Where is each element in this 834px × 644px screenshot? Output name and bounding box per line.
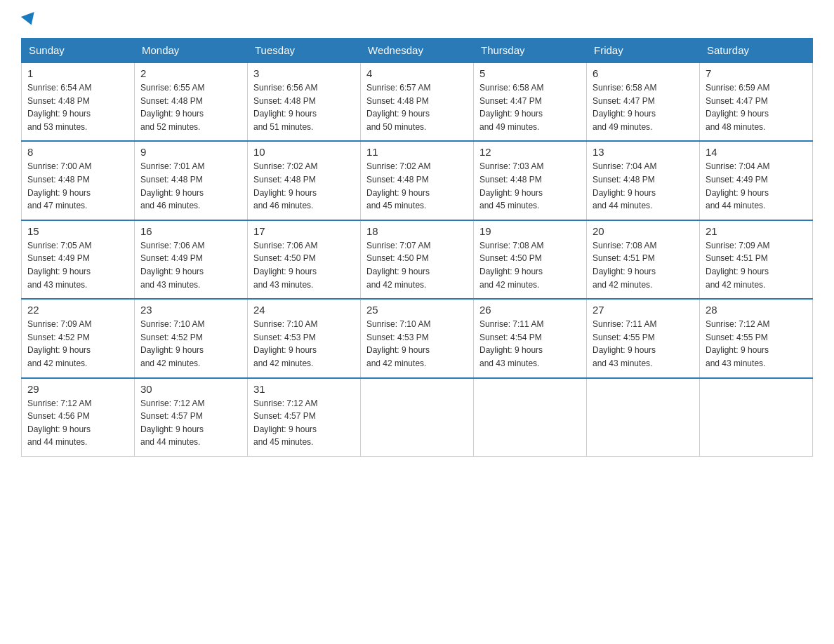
day-number: 19 <box>479 225 581 237</box>
calendar-day-cell: 14Sunrise: 7:04 AMSunset: 4:49 PMDayligh… <box>700 141 813 220</box>
calendar-empty-cell <box>361 378 474 457</box>
calendar-day-cell: 21Sunrise: 7:09 AMSunset: 4:51 PMDayligh… <box>700 220 813 299</box>
day-info: Sunrise: 7:09 AMSunset: 4:51 PMDaylight:… <box>706 239 807 291</box>
day-number: 8 <box>27 146 128 158</box>
day-number: 11 <box>366 146 468 158</box>
day-info: Sunrise: 6:58 AMSunset: 4:47 PMDaylight:… <box>479 81 581 133</box>
weekday-header-tuesday: Tuesday <box>248 39 361 63</box>
calendar-table: SundayMondayTuesdayWednesdayThursdayFrid… <box>21 38 813 457</box>
page-header <box>21 14 813 25</box>
day-info: Sunrise: 6:59 AMSunset: 4:47 PMDaylight:… <box>706 81 807 133</box>
calendar-day-cell: 3Sunrise: 6:56 AMSunset: 4:48 PMDaylight… <box>248 62 361 141</box>
calendar-week-row: 15Sunrise: 7:05 AMSunset: 4:49 PMDayligh… <box>22 220 813 299</box>
day-number: 2 <box>140 67 241 79</box>
day-number: 1 <box>27 67 128 79</box>
calendar-day-cell: 12Sunrise: 7:03 AMSunset: 4:48 PMDayligh… <box>474 141 587 220</box>
day-info: Sunrise: 7:05 AMSunset: 4:49 PMDaylight:… <box>27 239 128 291</box>
day-info: Sunrise: 6:55 AMSunset: 4:48 PMDaylight:… <box>140 81 241 133</box>
calendar-day-cell: 20Sunrise: 7:08 AMSunset: 4:51 PMDayligh… <box>587 220 700 299</box>
calendar-day-cell: 11Sunrise: 7:02 AMSunset: 4:48 PMDayligh… <box>361 141 474 220</box>
calendar-day-cell: 22Sunrise: 7:09 AMSunset: 4:52 PMDayligh… <box>22 299 135 377</box>
day-number: 23 <box>140 304 241 316</box>
weekday-header-sunday: Sunday <box>22 39 135 63</box>
day-number: 22 <box>27 304 128 316</box>
day-number: 26 <box>479 304 581 316</box>
day-info: Sunrise: 7:08 AMSunset: 4:50 PMDaylight:… <box>479 239 581 291</box>
day-info: Sunrise: 7:11 AMSunset: 4:55 PMDaylight:… <box>593 318 694 370</box>
calendar-day-cell: 25Sunrise: 7:10 AMSunset: 4:53 PMDayligh… <box>361 299 474 377</box>
logo-triangle-icon <box>21 12 38 27</box>
weekday-header-monday: Monday <box>135 39 248 63</box>
calendar-day-cell: 18Sunrise: 7:07 AMSunset: 4:50 PMDayligh… <box>361 220 474 299</box>
day-info: Sunrise: 7:09 AMSunset: 4:52 PMDaylight:… <box>27 318 128 370</box>
day-number: 24 <box>253 304 355 316</box>
calendar-day-cell: 31Sunrise: 7:12 AMSunset: 4:57 PMDayligh… <box>248 378 361 457</box>
day-number: 31 <box>253 383 355 395</box>
calendar-day-cell: 17Sunrise: 7:06 AMSunset: 4:50 PMDayligh… <box>248 220 361 299</box>
day-number: 17 <box>253 225 355 237</box>
day-info: Sunrise: 7:12 AMSunset: 4:55 PMDaylight:… <box>706 318 807 370</box>
day-info: Sunrise: 6:58 AMSunset: 4:47 PMDaylight:… <box>593 81 694 133</box>
weekday-header-row: SundayMondayTuesdayWednesdayThursdayFrid… <box>22 39 813 63</box>
calendar-day-cell: 5Sunrise: 6:58 AMSunset: 4:47 PMDaylight… <box>474 62 587 141</box>
calendar-day-cell: 9Sunrise: 7:01 AMSunset: 4:48 PMDaylight… <box>135 141 248 220</box>
day-info: Sunrise: 7:04 AMSunset: 4:48 PMDaylight:… <box>593 160 694 212</box>
logo-text <box>21 14 38 25</box>
weekday-header-saturday: Saturday <box>700 39 813 63</box>
day-info: Sunrise: 7:00 AMSunset: 4:48 PMDaylight:… <box>27 160 128 212</box>
day-number: 27 <box>593 304 694 316</box>
day-info: Sunrise: 7:01 AMSunset: 4:48 PMDaylight:… <box>140 160 241 212</box>
day-number: 5 <box>479 67 581 79</box>
day-info: Sunrise: 7:12 AMSunset: 4:56 PMDaylight:… <box>27 397 128 449</box>
day-info: Sunrise: 6:57 AMSunset: 4:48 PMDaylight:… <box>366 81 468 133</box>
calendar-empty-cell <box>700 378 813 457</box>
calendar-day-cell: 7Sunrise: 6:59 AMSunset: 4:47 PMDaylight… <box>700 62 813 141</box>
day-number: 20 <box>593 225 694 237</box>
day-number: 30 <box>140 383 241 395</box>
calendar-week-row: 8Sunrise: 7:00 AMSunset: 4:48 PMDaylight… <box>22 141 813 220</box>
day-number: 3 <box>253 67 355 79</box>
calendar-day-cell: 29Sunrise: 7:12 AMSunset: 4:56 PMDayligh… <box>22 378 135 457</box>
weekday-header-wednesday: Wednesday <box>361 39 474 63</box>
calendar-day-cell: 13Sunrise: 7:04 AMSunset: 4:48 PMDayligh… <box>587 141 700 220</box>
day-info: Sunrise: 6:56 AMSunset: 4:48 PMDaylight:… <box>253 81 355 133</box>
calendar-week-row: 29Sunrise: 7:12 AMSunset: 4:56 PMDayligh… <box>22 378 813 457</box>
day-info: Sunrise: 7:12 AMSunset: 4:57 PMDaylight:… <box>140 397 241 449</box>
calendar-day-cell: 24Sunrise: 7:10 AMSunset: 4:53 PMDayligh… <box>248 299 361 377</box>
calendar-empty-cell <box>587 378 700 457</box>
day-info: Sunrise: 7:02 AMSunset: 4:48 PMDaylight:… <box>366 160 468 212</box>
calendar-day-cell: 16Sunrise: 7:06 AMSunset: 4:49 PMDayligh… <box>135 220 248 299</box>
day-number: 14 <box>706 146 807 158</box>
day-info: Sunrise: 6:54 AMSunset: 4:48 PMDaylight:… <box>27 81 128 133</box>
day-number: 21 <box>706 225 807 237</box>
calendar-week-row: 1Sunrise: 6:54 AMSunset: 4:48 PMDaylight… <box>22 62 813 141</box>
calendar-day-cell: 27Sunrise: 7:11 AMSunset: 4:55 PMDayligh… <box>587 299 700 377</box>
day-number: 18 <box>366 225 468 237</box>
day-number: 4 <box>366 67 468 79</box>
calendar-day-cell: 23Sunrise: 7:10 AMSunset: 4:52 PMDayligh… <box>135 299 248 377</box>
calendar-day-cell: 8Sunrise: 7:00 AMSunset: 4:48 PMDaylight… <box>22 141 135 220</box>
logo <box>21 14 38 25</box>
day-number: 15 <box>27 225 128 237</box>
day-number: 10 <box>253 146 355 158</box>
calendar-day-cell: 2Sunrise: 6:55 AMSunset: 4:48 PMDaylight… <box>135 62 248 141</box>
weekday-header-thursday: Thursday <box>474 39 587 63</box>
day-info: Sunrise: 7:04 AMSunset: 4:49 PMDaylight:… <box>706 160 807 212</box>
day-number: 28 <box>706 304 807 316</box>
day-number: 9 <box>140 146 241 158</box>
day-info: Sunrise: 7:08 AMSunset: 4:51 PMDaylight:… <box>593 239 694 291</box>
day-info: Sunrise: 7:11 AMSunset: 4:54 PMDaylight:… <box>479 318 581 370</box>
day-info: Sunrise: 7:10 AMSunset: 4:53 PMDaylight:… <box>366 318 468 370</box>
day-number: 25 <box>366 304 468 316</box>
calendar-day-cell: 1Sunrise: 6:54 AMSunset: 4:48 PMDaylight… <box>22 62 135 141</box>
day-number: 7 <box>706 67 807 79</box>
day-number: 12 <box>479 146 581 158</box>
day-number: 16 <box>140 225 241 237</box>
day-info: Sunrise: 7:06 AMSunset: 4:49 PMDaylight:… <box>140 239 241 291</box>
day-info: Sunrise: 7:07 AMSunset: 4:50 PMDaylight:… <box>366 239 468 291</box>
day-info: Sunrise: 7:02 AMSunset: 4:48 PMDaylight:… <box>253 160 355 212</box>
day-info: Sunrise: 7:06 AMSunset: 4:50 PMDaylight:… <box>253 239 355 291</box>
day-number: 29 <box>27 383 128 395</box>
calendar-day-cell: 28Sunrise: 7:12 AMSunset: 4:55 PMDayligh… <box>700 299 813 377</box>
day-number: 13 <box>593 146 694 158</box>
